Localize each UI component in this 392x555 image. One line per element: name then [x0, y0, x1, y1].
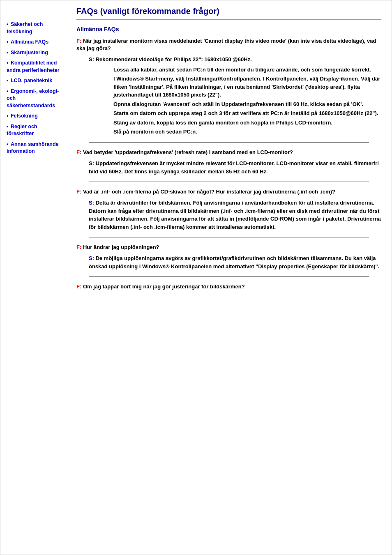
s-label-4: S: [89, 255, 94, 261]
bullet-icon: • [7, 60, 8, 66]
faq-answer-3: S: Detta är drivrutinfiler för bildskärm… [89, 199, 381, 231]
faq-question-text-2: Vad betyder 'uppdateringsfrekvens' (refr… [83, 149, 293, 155]
divider-3 [89, 237, 369, 237]
bullet-icon: • [7, 78, 8, 83]
faq-answer-body-4: De möjliga upplösningarna avgörs av graf… [89, 255, 379, 269]
main-content: FAQs (vanligt förekommande frågor) Allmä… [66, 0, 392, 555]
page-title: FAQs (vanligt förekommande frågor) [76, 7, 381, 20]
faq-detail-1: Lossa alla kablar, anslut sedan PC:n til… [113, 66, 381, 136]
sidebar: • Säkerhet och felsökning • Allmänna FAQ… [0, 0, 66, 555]
sidebar-link-regulations[interactable]: Regler och föreskrifter [7, 124, 37, 137]
faq-question-3: F: Vad är .inf- och .icm-filerna på CD-s… [76, 188, 381, 196]
bullet-icon: • [7, 21, 8, 27]
s-label-1: S: [89, 56, 94, 62]
faq-detail-line-1-4: Stäng av datorn, koppla loss den gamla m… [113, 119, 381, 127]
faq-detail-line-1-3: Starta om datorn och upprepa steg 2 och … [113, 109, 381, 117]
faq-answer-2: S: Uppdateringsfrekvensen är mycket mind… [89, 159, 381, 175]
divider-4 [89, 276, 369, 277]
sidebar-link-lcd-panel[interactable]: LCD, panelteknik [11, 78, 52, 83]
sidebar-link-general-faqs[interactable]: Allmänna FAQs [11, 39, 48, 45]
faq-question-text-1: När jag installerar monitorn visas medde… [76, 38, 376, 51]
faq-detail-line-1-0: Lossa alla kablar, anslut sedan PC:n til… [113, 66, 381, 74]
sidebar-item-lcd-panel[interactable]: • LCD, panelteknik [7, 77, 62, 85]
faq-item-1: F: När jag installerar monitorn visas me… [76, 37, 381, 136]
sidebar-link-ergonomics[interactable]: Ergonomi-, ekologi- och säkerhetsstandar… [7, 88, 59, 108]
faq-item-3: F: Vad är .inf- och .icm-filerna på CD-s… [76, 188, 381, 231]
faq-answer-text-4: S: De möjliga upplösningarna avgörs av g… [89, 254, 381, 270]
faq-item-5: F: Om jag tappar bort mig när jag gör ju… [76, 283, 381, 290]
s-label-3: S: [89, 200, 94, 206]
sidebar-link-safety[interactable]: Säkerhet och felsökning [7, 21, 43, 35]
sidebar-item-ergonomics[interactable]: • Ergonomi-, ekologi- och säkerhetsstand… [7, 88, 62, 110]
sidebar-item-regulations[interactable]: • Regler och föreskrifter [7, 123, 62, 138]
faq-question-5: F: Om jag tappar bort mig när jag gör ju… [76, 283, 381, 290]
bullet-icon: • [7, 141, 8, 147]
f-label-3: F: [76, 189, 81, 195]
bullet-icon: • [7, 88, 8, 94]
faq-answer-text-1: S: Rekommenderat videoläge för Philips 2… [89, 55, 381, 64]
bullet-icon: • [7, 124, 8, 129]
sidebar-item-screen-adjust[interactable]: • Skärmjustering [7, 49, 62, 57]
page-wrapper: • Säkerhet och felsökning • Allmänna FAQ… [0, 0, 392, 555]
sidebar-item-safety[interactable]: • Säkerhet och felsökning [7, 21, 62, 35]
divider-1 [89, 142, 369, 143]
faq-question-text-4: Hur ändrar jag upplösningen? [83, 244, 159, 250]
faq-answer-body-2: Uppdateringsfrekvensen är mycket mindre … [89, 160, 379, 175]
bullet-icon: • [7, 39, 8, 45]
f-label-4: F: [76, 244, 81, 250]
s-label-2: S: [89, 160, 94, 166]
faq-question-4: F: Hur ändrar jag upplösningen? [76, 244, 381, 251]
faq-question-1: F: När jag installerar monitorn visas me… [76, 37, 381, 52]
sidebar-item-general-faqs[interactable]: • Allmänna FAQs [7, 39, 62, 46]
section-title: Allmänna FAQs [76, 26, 381, 32]
faq-detail-line-1-5: Slå på monitorn och sedan PC:n. [113, 128, 381, 136]
faq-detail-line-1-2: Öpnna dialogrutan 'Avancerat' och ställ … [113, 100, 381, 108]
faq-answer-1: S: Rekommenderat videoläge för Philips 2… [89, 55, 381, 136]
divider-2 [89, 182, 369, 182]
sidebar-item-other-info[interactable]: • Annan samhörande information [7, 141, 62, 155]
faq-question-text-5: Om jag tappar bort mig när jag gör juste… [83, 283, 245, 290]
f-label-2: F: [76, 149, 81, 155]
faq-answer-body-3: Detta är drivrutinfiler för bildskärmen.… [89, 200, 381, 230]
f-label-5: F: [76, 283, 81, 290]
sidebar-link-troubleshooting[interactable]: Felsökning [11, 113, 38, 119]
sidebar-link-other-info[interactable]: Annan samhörande information [7, 141, 59, 154]
sidebar-item-compatibility[interactable]: • Kompatibilitet med andra periferlienhe… [7, 60, 62, 74]
f-label-1: F: [76, 38, 81, 44]
faq-question-2: F: Vad betyder 'uppdateringsfrekvens' (r… [76, 149, 381, 156]
sidebar-link-screen-adjust[interactable]: Skärmjustering [11, 50, 48, 55]
sidebar-link-compatibility[interactable]: Kompatibilitet med andra periferlienhete… [7, 60, 60, 73]
faq-answer-text-2: S: Uppdateringsfrekvensen är mycket mind… [89, 159, 381, 175]
faq-question-text-3: Vad är .inf- och .icm-filerna på CD-skiv… [83, 189, 335, 195]
faq-detail-line-1-1: I Windows® Start-meny, välj Inställninga… [113, 75, 381, 99]
faq-item-4: F: Hur ändrar jag upplösningen? S: De mö… [76, 244, 381, 270]
faq-answer-body-1: Rekommenderat videoläge för Philips 22":… [96, 56, 252, 62]
faq-item-2: F: Vad betyder 'uppdateringsfrekvens' (r… [76, 149, 381, 175]
faq-answer-4: S: De möjliga upplösningarna avgörs av g… [89, 254, 381, 270]
bullet-icon: • [7, 113, 8, 119]
sidebar-item-troubleshooting[interactable]: • Felsökning [7, 113, 62, 120]
faq-answer-text-3: S: Detta är drivrutinfiler för bildskärm… [89, 199, 381, 231]
bullet-icon: • [7, 50, 8, 55]
